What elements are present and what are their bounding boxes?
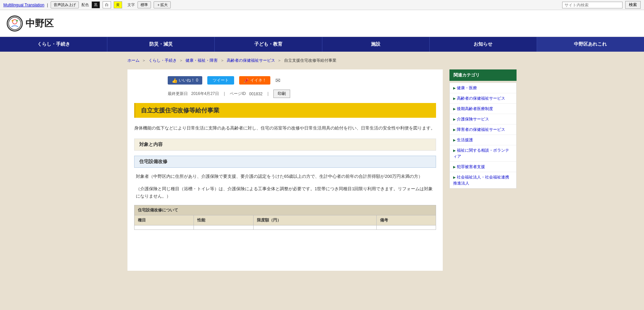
sidebar-link-livelihood-support[interactable]: 生活援護 [450, 135, 516, 145]
nav-item-oshirase[interactable]: お知らせ [430, 37, 537, 52]
top-bar: Multilingual Translation | 音声読み上げ 配色 黒 白… [0, 0, 644, 10]
table-header-notes: 備考 [376, 215, 436, 225]
page-id-value: 001832 [249, 92, 263, 96]
sidebar-link-elderly-welfare[interactable]: 高齢者の保健福祉サービス [450, 93, 516, 103]
text-label: 文字 [127, 2, 135, 7]
nav-item-nakanoku[interactable]: 中野区あれこれ [537, 37, 644, 52]
main-navigation: くらし・手続き 防災・減災 子ども・教育 施設 お知らせ 中野区あれこれ [0, 37, 644, 52]
like-thumb-icon: 👍 [172, 78, 177, 83]
article-title: 自立支援住宅改修等給付事業 [134, 103, 436, 118]
social-row: 👍 いいね！ 0 ツイート 📌 イイネ！ ✉ [134, 76, 436, 85]
section1-header: 対象と内容 [134, 139, 436, 151]
main-layout: 👍 いいね！ 0 ツイート 📌 イイネ！ ✉ 最終更新日 2016年4月27日 … [127, 69, 517, 271]
section1-sub1-body2: （介護保険と同じ種目（浴槽・トイレ等）は、介護保険による工事全体と調整が必要です… [134, 185, 436, 200]
audio-read-button[interactable]: 音声読み上げ [51, 1, 79, 8]
section1-sub1-header: 住宅設備改修 [134, 156, 436, 168]
breadcrumb-health[interactable]: 健康・福祉・障害 [185, 58, 218, 63]
page-id-label: ページID [230, 91, 246, 97]
breadcrumb-sep-1: ＞ [142, 58, 146, 63]
list-item: 犯罪被害者支援 [450, 162, 516, 172]
sidebar-link-crime-victims[interactable]: 犯罪被害者支援 [450, 162, 516, 172]
like-button[interactable]: 👍 いいね！ 0 [168, 76, 202, 85]
list-item: 健康・医療 [450, 83, 516, 93]
sidebar-link-welfare-consultation[interactable]: 福祉に関する相談・ボランティア [450, 145, 516, 161]
table-header-limit: 限度額（円） [253, 215, 376, 225]
list-item: 生活援護 [450, 135, 516, 145]
site-header: 中野区 [0, 10, 644, 37]
article: 👍 いいね！ 0 ツイート 📌 イイネ！ ✉ 最終更新日 2016年4月27日 … [127, 69, 443, 271]
page-info-sep2: ｜ [266, 91, 270, 97]
sidebar-link-late-elderly-insurance[interactable]: 後期高齢者医療制度 [450, 104, 516, 114]
site-search-input[interactable] [562, 2, 623, 8]
sidebar-link-disabled-welfare[interactable]: 障害者の保健福祉サービス [450, 124, 516, 135]
sidebar: 関連カテゴリ 健康・医療 高齢者の保健福祉サービス 後期高齢者医療制度 介護保険… [449, 69, 517, 271]
breadcrumb-current: 自立支援住宅改修等給付事業 [284, 58, 336, 63]
breadcrumb-sep-2: ＞ [179, 58, 183, 63]
multilingual-translation-link[interactable]: Multilingual Translation [3, 3, 44, 7]
svg-point-3 [16, 20, 18, 21]
logo-circle [7, 15, 23, 32]
svg-point-0 [9, 17, 21, 30]
breadcrumb-home[interactable]: ホーム [127, 58, 140, 63]
last-updated-label: 最終更新日 [168, 91, 188, 97]
color-white-button[interactable]: 白 [103, 1, 111, 8]
page-info-row: 最終更新日 2016年4月27日 ｜ ページID 001832 ｜ 印刷 [134, 90, 436, 98]
print-button[interactable]: 印刷 [273, 90, 290, 98]
nav-item-bousai[interactable]: 防災・減災 [107, 37, 215, 52]
sidebar-link-care-insurance[interactable]: 介護保険サービス [450, 114, 516, 124]
sidebar-link-health-medical[interactable]: 健康・医療 [450, 83, 516, 93]
site-name: 中野区 [25, 17, 54, 30]
breadcrumb-sep-4: ＞ [277, 58, 281, 63]
tweet-button[interactable]: ツイート [207, 76, 234, 85]
matome-icon: 📌 [243, 78, 249, 83]
breadcrumb-elderly[interactable]: 高齢者の保健福祉サービス [227, 58, 275, 63]
table-cell [376, 225, 436, 230]
nav-item-kodomo[interactable]: 子ども・教育 [215, 37, 322, 52]
color-yellow-button[interactable]: 黄 [114, 1, 122, 8]
mail-icon[interactable]: ✉ [275, 77, 280, 84]
matome-label: イイネ！ [250, 78, 266, 83]
text-standard-button[interactable]: 標準 [138, 1, 151, 8]
table-cell [194, 225, 253, 230]
nav-item-kurashi[interactable]: くらし・手続き [0, 37, 107, 52]
breadcrumb: ホーム ＞ くらし・手続き ＞ 健康・福祉・障害 ＞ 高齢者の保健福祉サービス … [127, 55, 517, 66]
table-cell [135, 225, 194, 230]
color-black-button[interactable]: 黒 [92, 1, 100, 8]
breadcrumb-kurashi[interactable]: くらし・手続き [149, 58, 177, 63]
section1-sub1-body1: 対象者（中野区内に住所があり、介護保険で要支援、要介護の認定をうけた65歳以上の… [134, 173, 436, 180]
table-cell [253, 225, 376, 230]
list-item: 福祉に関する相談・ボランティア [450, 145, 516, 162]
svg-point-2 [12, 20, 13, 21]
logo-container: 中野区 [7, 15, 54, 32]
table-title: 住宅設備改修について [135, 205, 436, 215]
renovation-table: 住宅設備改修について 種目 性能 限度額（円） 備考 [134, 205, 436, 230]
table-header-performance: 性能 [194, 215, 253, 225]
sidebar-links: 健康・医療 高齢者の保健福祉サービス 後期高齢者医療制度 介護保険サービス 障害… [449, 83, 517, 189]
content-wrapper: ホーム ＞ くらし・手続き ＞ 健康・福祉・障害 ＞ 高齢者の保健福祉サービス … [121, 52, 523, 274]
list-item: 高齢者の保健福祉サービス [450, 93, 516, 104]
separator: | [47, 3, 48, 7]
page-info-sep1: ｜ [222, 91, 226, 97]
list-item: 社会福祉法人・社会福祉連携推進法人 [450, 172, 516, 188]
text-enlarge-button[interactable]: ＋拡大 [154, 1, 171, 8]
article-body: 身体機能の低下などにより日常生活に支障のある高齢者に対し、住宅の浴室等の改修や日… [134, 124, 436, 132]
list-item: 障害者の保健福祉サービス [450, 124, 516, 135]
table-row [135, 225, 436, 230]
color-label: 配色 [82, 2, 89, 7]
matome-button[interactable]: 📌 イイネ！ [239, 76, 270, 85]
nav-item-shisetsu[interactable]: 施設 [322, 37, 430, 52]
list-item: 後期高齢者医療制度 [450, 104, 516, 114]
table-header-type: 種目 [135, 215, 194, 225]
sidebar-link-social-welfare-corp[interactable]: 社会福祉法人・社会福祉連携推進法人 [450, 172, 516, 188]
list-item: 介護保険サービス [450, 114, 516, 124]
breadcrumb-sep-3: ＞ [220, 58, 224, 63]
site-search-button[interactable]: 検索 [625, 1, 641, 9]
last-updated-date: 2016年4月27日 [191, 91, 219, 97]
sidebar-category-label: 関連カテゴリ [449, 69, 517, 81]
like-label: いいね！ 0 [179, 78, 198, 83]
